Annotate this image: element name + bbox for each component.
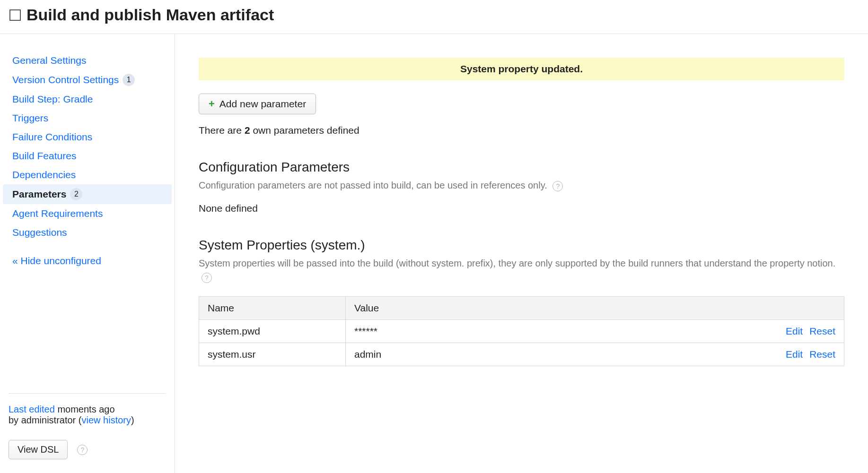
sidebar-item[interactable]: Agent Requirements bbox=[0, 204, 175, 223]
sidebar-item-label: Version Control Settings bbox=[12, 74, 119, 86]
sidebar-item-label: Build Features bbox=[12, 150, 76, 162]
hide-unconfigured-link[interactable]: « Hide unconfigured bbox=[0, 242, 175, 270]
edit-link[interactable]: Edit bbox=[786, 349, 803, 360]
plus-icon: + bbox=[209, 99, 215, 109]
col-name-header: Name bbox=[199, 297, 346, 320]
sidebar-nav: General SettingsVersion Control Settings… bbox=[0, 51, 175, 242]
view-history-link[interactable]: view history bbox=[82, 415, 131, 425]
config-params-desc: Configuration parameters are not passed … bbox=[199, 180, 547, 190]
sidebar-item[interactable]: Failure Conditions bbox=[0, 128, 175, 146]
help-icon[interactable] bbox=[77, 445, 88, 455]
by-who: administrator bbox=[21, 415, 76, 425]
param-actions: EditReset bbox=[769, 320, 844, 343]
sidebar-item-label: General Settings bbox=[12, 55, 86, 66]
reset-link[interactable]: Reset bbox=[809, 349, 835, 360]
sidebar-item-label: Failure Conditions bbox=[12, 131, 92, 143]
table-row: system.pwd******EditReset bbox=[199, 320, 844, 343]
configuration-parameters-section: Configuration Parameters Configuration p… bbox=[199, 160, 844, 214]
view-dsl-button[interactable]: View DSL bbox=[9, 440, 68, 459]
sidebar-item[interactable]: Suggestions bbox=[0, 223, 175, 242]
page-header: Build and publish Maven artifact bbox=[0, 0, 868, 34]
sidebar-item-label: Build Step: Gradle bbox=[12, 94, 93, 105]
sidebar-item[interactable]: Parameters2 bbox=[3, 184, 172, 204]
system-props-desc: System properties will be passed into th… bbox=[199, 258, 835, 268]
system-props-table: Name Value system.pwd******EditResetsyst… bbox=[199, 296, 844, 366]
config-none-defined: None defined bbox=[199, 203, 844, 214]
sidebar-item[interactable]: Dependencies bbox=[0, 165, 175, 184]
sidebar-item[interactable]: Build Step: Gradle bbox=[0, 90, 175, 109]
add-parameter-label: Add new parameter bbox=[219, 98, 306, 110]
sidebar-item-badge: 2 bbox=[70, 188, 82, 200]
sidebar-item-label: Parameters bbox=[12, 189, 66, 200]
table-row: system.usradminEditReset bbox=[199, 343, 844, 366]
system-props-heading: System Properties (system.) bbox=[199, 238, 844, 253]
history-close: ) bbox=[131, 415, 134, 425]
param-name: system.usr bbox=[199, 343, 346, 366]
sidebar-item-label: Triggers bbox=[12, 112, 48, 124]
history-open: ( bbox=[76, 415, 81, 425]
help-icon[interactable] bbox=[202, 273, 212, 283]
param-value: ****** bbox=[346, 320, 769, 343]
edit-link[interactable]: Edit bbox=[786, 326, 803, 336]
param-actions: EditReset bbox=[769, 343, 844, 366]
add-parameter-button[interactable]: + Add new parameter bbox=[199, 94, 316, 114]
config-params-heading: Configuration Parameters bbox=[199, 160, 844, 175]
col-value-header: Value bbox=[346, 297, 844, 320]
notice-banner: System property updated. bbox=[199, 58, 844, 80]
build-config-icon bbox=[9, 9, 21, 21]
reset-link[interactable]: Reset bbox=[809, 326, 835, 336]
sidebar-item[interactable]: Triggers bbox=[0, 109, 175, 128]
last-edited-when: moments ago bbox=[55, 404, 115, 414]
sidebar-item[interactable]: General Settings bbox=[0, 51, 175, 70]
help-icon[interactable] bbox=[552, 181, 563, 191]
by-prefix: by bbox=[9, 415, 21, 425]
last-edited-link[interactable]: Last edited bbox=[9, 404, 55, 414]
sidebar-item-label: Agent Requirements bbox=[12, 208, 103, 219]
sidebar-item[interactable]: Version Control Settings1 bbox=[0, 70, 175, 90]
sidebar-item-label: Suggestions bbox=[12, 227, 67, 238]
sidebar-item-badge: 1 bbox=[123, 74, 135, 86]
sidebar-item-label: Dependencies bbox=[12, 169, 76, 181]
system-properties-section: System Properties (system.) System prope… bbox=[199, 238, 844, 366]
sidebar-item[interactable]: Build Features bbox=[0, 146, 175, 165]
param-name: system.pwd bbox=[199, 320, 346, 343]
main-content: System property updated. + Add new param… bbox=[175, 34, 868, 473]
parameters-count: There are 2 own parameters defined bbox=[199, 125, 844, 136]
sidebar: General SettingsVersion Control Settings… bbox=[0, 34, 175, 473]
param-value: admin bbox=[346, 343, 769, 366]
page-title: Build and publish Maven artifact bbox=[26, 6, 274, 24]
sidebar-footer: Last edited moments ago by administrator… bbox=[0, 393, 175, 459]
